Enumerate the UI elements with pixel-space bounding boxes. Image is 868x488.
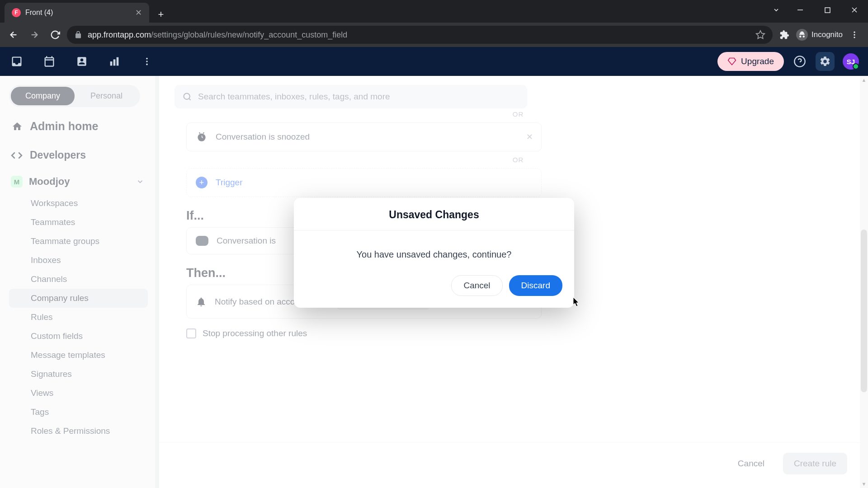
url-path: /settings/global/rules/new/notify_accoun… <box>151 30 347 39</box>
unsaved-changes-modal: Unsaved Changes You have unsaved changes… <box>294 198 574 308</box>
window-maximize-button[interactable] <box>814 0 841 20</box>
svg-rect-12 <box>113 59 116 66</box>
browser-toolbar: app.frontapp.com/settings/global/rules/n… <box>0 23 868 47</box>
mouse-cursor <box>573 297 580 307</box>
window-close-button[interactable] <box>841 0 868 20</box>
user-avatar[interactable]: SJ <box>843 53 859 70</box>
url-text: app.frontapp.com/settings/global/rules/n… <box>88 30 347 40</box>
nav-reload-button[interactable] <box>46 26 64 44</box>
nav-forward-button[interactable] <box>25 26 43 44</box>
new-tab-button[interactable]: + <box>153 6 169 23</box>
incognito-label: Incognito <box>811 30 843 39</box>
svg-rect-11 <box>110 61 113 66</box>
more-icon[interactable] <box>139 54 155 69</box>
url-host: app.frontapp.com <box>88 30 151 39</box>
browser-tab[interactable]: F Front (4) ✕ <box>5 3 149 23</box>
browser-titlebar: F Front (4) ✕ + <box>0 0 868 23</box>
upgrade-label: Upgrade <box>741 56 774 66</box>
page-body: Company Personal Admin home Developers M… <box>0 76 868 488</box>
window-controls <box>787 0 868 20</box>
tab-search-button[interactable] <box>766 0 787 20</box>
settings-button[interactable] <box>816 52 835 71</box>
svg-text:31: 31 <box>47 60 52 66</box>
address-bar[interactable]: app.frontapp.com/settings/global/rules/n… <box>67 26 773 44</box>
analytics-icon[interactable] <box>107 54 122 69</box>
tab-close-icon[interactable]: ✕ <box>135 8 142 18</box>
tab-title: Front (4) <box>25 9 53 17</box>
lock-icon <box>74 31 82 39</box>
modal-body: You have unsaved changes, continue? <box>294 230 574 275</box>
svg-rect-1 <box>825 8 830 13</box>
svg-point-15 <box>146 61 148 62</box>
help-icon[interactable] <box>792 54 807 69</box>
svg-point-9 <box>854 37 855 38</box>
nav-back-button[interactable] <box>5 26 23 44</box>
avatar-initials: SJ <box>847 58 855 66</box>
svg-point-14 <box>146 58 148 60</box>
modal-overlay[interactable]: Unsaved Changes You have unsaved changes… <box>0 76 868 488</box>
svg-point-8 <box>854 34 855 35</box>
modal-discard-button[interactable]: Discard <box>509 275 562 296</box>
svg-point-16 <box>146 64 148 66</box>
modal-title: Unsaved Changes <box>294 198 574 230</box>
browser-menu-button[interactable] <box>845 26 863 44</box>
incognito-indicator[interactable]: Incognito <box>796 29 843 41</box>
extensions-button[interactable] <box>775 26 793 44</box>
tab-strip: F Front (4) ✕ + <box>0 0 766 23</box>
incognito-icon <box>796 29 808 41</box>
app-header: 31 Upgrade SJ <box>0 47 868 76</box>
upgrade-button[interactable]: Upgrade <box>717 52 784 71</box>
inbox-icon[interactable] <box>9 54 24 69</box>
contacts-icon[interactable] <box>74 54 90 69</box>
svg-marker-6 <box>756 31 764 38</box>
calendar-icon[interactable]: 31 <box>42 54 57 69</box>
window-minimize-button[interactable] <box>787 0 814 20</box>
modal-actions: Cancel Discard <box>294 275 574 308</box>
bookmark-icon[interactable] <box>755 30 765 40</box>
modal-cancel-button[interactable]: Cancel <box>451 275 502 296</box>
diamond-icon <box>727 57 736 66</box>
tab-favicon: F <box>12 8 21 17</box>
svg-point-7 <box>854 32 855 33</box>
svg-rect-13 <box>117 57 119 66</box>
